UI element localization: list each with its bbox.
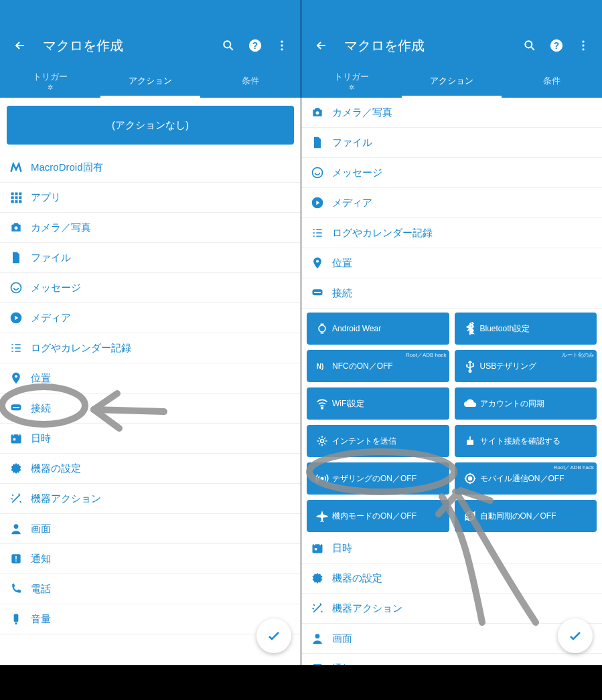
category-log[interactable]: ログやカレンダー記録 <box>301 218 602 248</box>
wand-icon <box>9 492 31 505</box>
category-camera[interactable]: カメラ／写真 <box>301 98 602 128</box>
category-settings[interactable]: 機器の設定 <box>301 563 602 594</box>
category-wand[interactable]: 機器アクション <box>0 484 301 514</box>
volume-icon <box>9 612 31 626</box>
apps-icon <box>9 191 31 204</box>
appbar: マクロを作成 ? トリガー ✲ アクション 条件 <box>0 0 301 98</box>
tab-condition[interactable]: 条件 <box>200 64 301 98</box>
category-screen[interactable]: 画面 <box>301 624 602 654</box>
action-bluetooth[interactable]: Bluetooth設定 <box>455 313 597 345</box>
action-watch[interactable]: Android Wear <box>307 313 449 345</box>
kebab-icon <box>577 39 590 52</box>
svg-point-29 <box>525 41 532 48</box>
category-list-bottom: 日時機器の設定機器アクション画面!通知 <box>301 533 602 665</box>
log-icon <box>9 341 31 355</box>
svg-point-53 <box>315 634 320 638</box>
svg-rect-10 <box>15 196 17 199</box>
category-phone[interactable]: 電話 <box>0 574 301 604</box>
screen-left: マクロを作成 ? トリガー ✲ アクション 条件 (アクションな <box>0 0 301 665</box>
category-log[interactable]: ログやカレンダー記録 <box>0 333 301 363</box>
search-icon <box>523 39 536 52</box>
back-button[interactable] <box>312 39 331 52</box>
tab-action[interactable]: アクション <box>402 64 502 98</box>
sync-icon <box>461 509 479 523</box>
category-label: ファイル <box>31 252 291 264</box>
action-mobile[interactable]: モバイル通信ON／OFFRoot／ADB hack <box>455 462 597 495</box>
log-icon <box>311 226 332 240</box>
category-label: メディア <box>31 312 291 325</box>
category-label: 接続 <box>31 402 291 415</box>
category-location[interactable]: 位置 <box>0 363 301 393</box>
category-connection[interactable]: 接続 <box>301 278 602 309</box>
svg-point-28 <box>15 622 17 624</box>
svg-rect-51 <box>315 548 317 550</box>
action-sync[interactable]: 自動同期のON／OFF <box>455 500 597 532</box>
action-label: Android Wear <box>331 324 443 333</box>
category-label: 位置 <box>31 372 291 385</box>
category-connection[interactable]: 接続 <box>0 393 301 424</box>
action-tether[interactable]: テザリングのON／OFF <box>307 462 449 495</box>
search-button[interactable] <box>516 39 543 52</box>
no-action-button[interactable]: (アクションなし) <box>7 106 294 145</box>
category-message[interactable]: メッセージ <box>0 273 301 303</box>
action-cloud[interactable]: アカウントの同期 <box>455 387 597 420</box>
airplane-icon <box>313 509 331 523</box>
action-nfc[interactable]: N)NFCのON／OFFRoot／ADB hack <box>307 350 449 382</box>
tab-trigger[interactable]: トリガー ✲ <box>0 64 100 98</box>
phone-icon <box>9 582 31 596</box>
help-button[interactable]: ? <box>543 38 570 53</box>
svg-point-40 <box>319 325 325 332</box>
category-camera[interactable]: カメラ／写真 <box>0 213 301 243</box>
action-airplane[interactable]: 機内モードのON／OFF <box>307 500 449 532</box>
action-usb[interactable]: USBテザリングルート化のみ <box>455 350 597 382</box>
category-message[interactable]: メッセージ <box>301 158 602 188</box>
svg-text:N): N) <box>317 363 324 370</box>
category-file[interactable]: ファイル <box>301 128 602 158</box>
category-notify[interactable]: !通知 <box>0 544 301 574</box>
action-label: モバイル通信ON／OFF <box>479 473 591 485</box>
tab-action[interactable]: アクション <box>100 64 201 98</box>
action-wifi[interactable]: WiFi設定 <box>307 387 449 420</box>
action-site[interactable]: サイト接続を確認する <box>455 425 597 457</box>
overflow-button[interactable] <box>570 39 597 52</box>
bluetooth-icon <box>461 322 479 335</box>
category-date[interactable]: 日時 <box>301 533 602 563</box>
category-media[interactable]: メディア <box>0 303 301 333</box>
file-icon <box>9 251 31 264</box>
cloud-icon <box>461 397 479 410</box>
category-file[interactable]: ファイル <box>0 243 301 273</box>
action-intent[interactable]: インテントを送信 <box>307 425 449 457</box>
category-volume[interactable]: 音量 <box>0 604 301 634</box>
category-macrodroid[interactable]: MacroDroid固有 <box>0 153 301 183</box>
category-location[interactable]: 位置 <box>301 248 602 278</box>
category-notify[interactable]: !通知 <box>301 654 602 665</box>
confirm-fab[interactable] <box>256 618 291 653</box>
svg-rect-22 <box>13 438 15 440</box>
search-button[interactable] <box>215 39 242 52</box>
category-wand[interactable]: 機器アクション <box>301 594 602 624</box>
check-icon <box>266 628 282 644</box>
category-label: 機器の設定 <box>31 462 291 475</box>
back-button[interactable] <box>11 39 29 52</box>
confirm-fab[interactable] <box>558 618 593 653</box>
category-settings[interactable]: 機器の設定 <box>0 454 301 484</box>
help-button[interactable]: ? <box>242 38 269 53</box>
category-label: 電話 <box>31 583 291 596</box>
overflow-button[interactable] <box>269 39 295 52</box>
screen-icon <box>311 632 332 645</box>
category-date[interactable]: 日時 <box>0 424 301 454</box>
tab-condition-label: 条件 <box>242 75 259 87</box>
category-screen[interactable]: 画面 <box>0 514 301 544</box>
connection-icon <box>311 286 332 300</box>
tab-condition[interactable]: 条件 <box>502 64 602 98</box>
category-media[interactable]: メディア <box>301 188 602 218</box>
svg-point-43 <box>321 407 323 409</box>
svg-rect-11 <box>19 196 21 199</box>
action-badge: Root／ADB hack <box>406 351 446 359</box>
category-label: ログやカレンダー記録 <box>332 227 593 240</box>
site-icon <box>461 434 479 448</box>
date-icon <box>311 541 332 555</box>
svg-text:!: ! <box>316 664 319 665</box>
tab-trigger[interactable]: トリガー ✲ <box>301 64 402 98</box>
category-apps[interactable]: アプリ <box>0 183 301 213</box>
